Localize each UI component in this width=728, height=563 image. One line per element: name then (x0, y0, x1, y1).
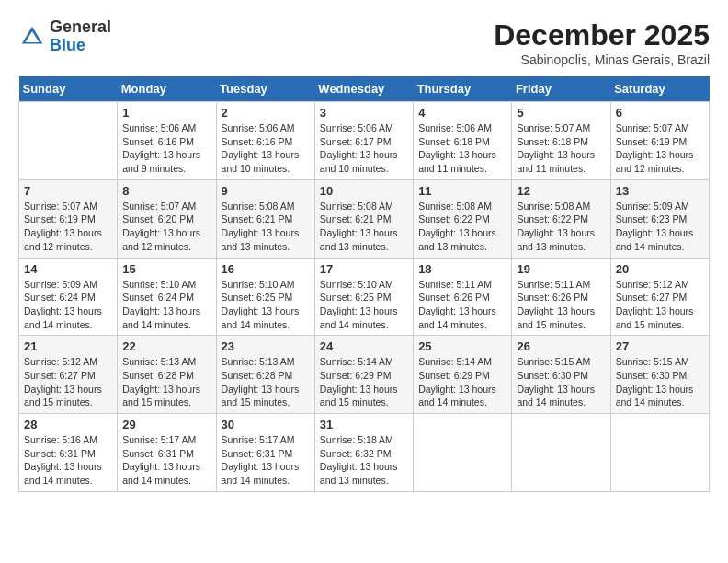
calendar-cell: 2Sunrise: 5:06 AMSunset: 6:16 PMDaylight… (216, 102, 314, 180)
calendar-week-row: 21Sunrise: 5:12 AMSunset: 6:27 PMDayligh… (19, 336, 710, 414)
day-info: Sunrise: 5:06 AMSunset: 6:16 PMDaylight:… (122, 121, 210, 176)
calendar-table: SundayMondayTuesdayWednesdayThursdayFrid… (18, 76, 710, 492)
day-number: 2 (222, 106, 310, 120)
calendar-week-row: 28Sunrise: 5:16 AMSunset: 6:31 PMDayligh… (19, 414, 710, 492)
day-info: Sunrise: 5:11 AMSunset: 6:26 PMDaylight:… (517, 278, 605, 332)
calendar-week-row: 14Sunrise: 5:09 AMSunset: 6:24 PMDayligh… (19, 258, 710, 336)
month-title: December 2025 (494, 18, 710, 52)
title-area: December 2025 Sabinopolis, Minas Gerais,… (494, 18, 710, 67)
day-info: Sunrise: 5:10 AMSunset: 6:25 PMDaylight:… (320, 278, 408, 332)
calendar-cell: 28Sunrise: 5:16 AMSunset: 6:31 PMDayligh… (19, 414, 118, 492)
day-of-week-header: Tuesday (216, 76, 314, 102)
calendar-cell: 15Sunrise: 5:10 AMSunset: 6:24 PMDayligh… (118, 258, 216, 336)
day-number: 23 (222, 339, 310, 353)
calendar-week-row: 7Sunrise: 5:07 AMSunset: 6:19 PMDaylight… (19, 179, 710, 258)
header-row: SundayMondayTuesdayWednesdayThursdayFrid… (19, 76, 710, 102)
calendar-cell: 25Sunrise: 5:14 AMSunset: 6:29 PMDayligh… (414, 336, 512, 414)
calendar-cell: 20Sunrise: 5:12 AMSunset: 6:27 PMDayligh… (610, 258, 709, 336)
calendar-cell: 4Sunrise: 5:06 AMSunset: 6:18 PMDaylight… (414, 102, 512, 180)
day-number: 5 (517, 106, 605, 120)
day-info: Sunrise: 5:17 AMSunset: 6:31 PMDaylight:… (222, 433, 310, 488)
calendar-cell: 9Sunrise: 5:08 AMSunset: 6:21 PMDaylight… (216, 179, 314, 258)
day-info: Sunrise: 5:15 AMSunset: 6:30 PMDaylight:… (517, 355, 605, 409)
logo-text: General Blue (50, 18, 111, 55)
day-info: Sunrise: 5:09 AMSunset: 6:24 PMDaylight:… (24, 278, 112, 332)
day-number: 25 (418, 339, 506, 353)
calendar-cell: 13Sunrise: 5:09 AMSunset: 6:23 PMDayligh… (610, 179, 709, 258)
day-number: 24 (320, 339, 408, 353)
day-number: 3 (320, 106, 408, 120)
calendar-cell: 27Sunrise: 5:15 AMSunset: 6:30 PMDayligh… (610, 336, 709, 414)
day-info: Sunrise: 5:08 AMSunset: 6:21 PMDaylight:… (222, 200, 310, 254)
day-info: Sunrise: 5:07 AMSunset: 6:18 PMDaylight:… (517, 121, 605, 176)
calendar-week-row: 1Sunrise: 5:06 AMSunset: 6:16 PMDaylight… (19, 102, 710, 180)
day-info: Sunrise: 5:07 AMSunset: 6:20 PMDaylight:… (122, 200, 210, 254)
calendar-cell: 23Sunrise: 5:13 AMSunset: 6:28 PMDayligh… (216, 336, 314, 414)
calendar-cell: 8Sunrise: 5:07 AMSunset: 6:20 PMDaylight… (118, 179, 216, 258)
calendar-cell: 24Sunrise: 5:14 AMSunset: 6:29 PMDayligh… (314, 336, 413, 414)
location: Sabinopolis, Minas Gerais, Brazil (494, 52, 710, 67)
day-of-week-header: Monday (118, 76, 216, 102)
day-info: Sunrise: 5:17 AMSunset: 6:31 PMDaylight:… (122, 433, 210, 488)
calendar-cell: 3Sunrise: 5:06 AMSunset: 6:17 PMDaylight… (314, 102, 413, 180)
day-number: 10 (320, 184, 408, 198)
calendar-cell (610, 414, 709, 492)
day-info: Sunrise: 5:07 AMSunset: 6:19 PMDaylight:… (616, 121, 704, 176)
day-number: 27 (616, 339, 704, 353)
day-info: Sunrise: 5:12 AMSunset: 6:27 PMDaylight:… (24, 355, 112, 409)
calendar-cell: 10Sunrise: 5:08 AMSunset: 6:21 PMDayligh… (314, 179, 413, 258)
day-number: 6 (616, 106, 704, 120)
day-number: 15 (122, 262, 210, 276)
calendar-cell: 6Sunrise: 5:07 AMSunset: 6:19 PMDaylight… (610, 102, 709, 180)
day-info: Sunrise: 5:10 AMSunset: 6:24 PMDaylight:… (122, 278, 210, 332)
day-number: 29 (122, 418, 210, 431)
day-info: Sunrise: 5:13 AMSunset: 6:28 PMDaylight:… (122, 355, 210, 409)
day-of-week-header: Wednesday (314, 76, 413, 102)
calendar-cell (512, 414, 610, 492)
day-info: Sunrise: 5:07 AMSunset: 6:19 PMDaylight:… (24, 200, 112, 254)
calendar-cell: 7Sunrise: 5:07 AMSunset: 6:19 PMDaylight… (19, 179, 118, 258)
day-info: Sunrise: 5:16 AMSunset: 6:31 PMDaylight:… (24, 433, 112, 488)
day-number: 14 (24, 262, 112, 276)
calendar-cell: 21Sunrise: 5:12 AMSunset: 6:27 PMDayligh… (19, 336, 118, 414)
day-info: Sunrise: 5:08 AMSunset: 6:22 PMDaylight:… (517, 200, 605, 254)
calendar-cell (414, 414, 512, 492)
calendar-cell: 17Sunrise: 5:10 AMSunset: 6:25 PMDayligh… (314, 258, 413, 336)
logo-blue: Blue (50, 37, 111, 55)
day-info: Sunrise: 5:15 AMSunset: 6:30 PMDaylight:… (616, 355, 704, 409)
calendar-cell: 19Sunrise: 5:11 AMSunset: 6:26 PMDayligh… (512, 258, 610, 336)
logo-icon (18, 23, 46, 51)
day-number: 13 (616, 184, 704, 198)
day-number: 28 (24, 418, 112, 431)
calendar-cell: 5Sunrise: 5:07 AMSunset: 6:18 PMDaylight… (512, 102, 610, 180)
day-info: Sunrise: 5:13 AMSunset: 6:28 PMDaylight:… (222, 355, 310, 409)
day-of-week-header: Sunday (19, 76, 118, 102)
day-number: 19 (517, 262, 605, 276)
calendar-header: SundayMondayTuesdayWednesdayThursdayFrid… (19, 76, 710, 102)
calendar-cell: 1Sunrise: 5:06 AMSunset: 6:16 PMDaylight… (118, 102, 216, 180)
day-info: Sunrise: 5:06 AMSunset: 6:17 PMDaylight:… (320, 121, 408, 176)
day-info: Sunrise: 5:06 AMSunset: 6:16 PMDaylight:… (222, 121, 310, 176)
day-number: 31 (320, 418, 408, 431)
day-number: 1 (122, 106, 210, 120)
day-info: Sunrise: 5:14 AMSunset: 6:29 PMDaylight:… (418, 355, 506, 409)
day-info: Sunrise: 5:11 AMSunset: 6:26 PMDaylight:… (418, 278, 506, 332)
page-header: General Blue December 2025 Sabinopolis, … (18, 18, 710, 67)
day-number: 8 (122, 184, 210, 198)
day-info: Sunrise: 5:18 AMSunset: 6:32 PMDaylight:… (320, 433, 408, 488)
day-number: 20 (616, 262, 704, 276)
day-number: 21 (24, 339, 112, 353)
day-info: Sunrise: 5:10 AMSunset: 6:25 PMDaylight:… (222, 278, 310, 332)
day-info: Sunrise: 5:14 AMSunset: 6:29 PMDaylight:… (320, 355, 408, 409)
day-number: 12 (517, 184, 605, 198)
calendar-body: 1Sunrise: 5:06 AMSunset: 6:16 PMDaylight… (19, 102, 710, 492)
day-info: Sunrise: 5:12 AMSunset: 6:27 PMDaylight:… (616, 278, 704, 332)
calendar-cell: 22Sunrise: 5:13 AMSunset: 6:28 PMDayligh… (118, 336, 216, 414)
day-of-week-header: Friday (512, 76, 610, 102)
day-number: 26 (517, 339, 605, 353)
day-info: Sunrise: 5:09 AMSunset: 6:23 PMDaylight:… (616, 200, 704, 254)
day-number: 30 (222, 418, 310, 431)
calendar-cell: 16Sunrise: 5:10 AMSunset: 6:25 PMDayligh… (216, 258, 314, 336)
day-number: 4 (418, 106, 506, 120)
calendar-cell: 30Sunrise: 5:17 AMSunset: 6:31 PMDayligh… (216, 414, 314, 492)
